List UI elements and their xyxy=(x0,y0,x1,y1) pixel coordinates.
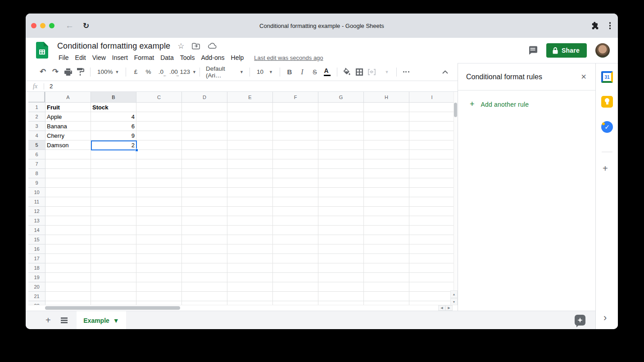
column-header-F[interactable]: F xyxy=(273,92,318,103)
sheet-tab-example[interactable]: Example ▼ xyxy=(77,311,126,329)
print-button[interactable] xyxy=(62,66,74,78)
cell-D11[interactable] xyxy=(182,197,227,207)
cell-D19[interactable] xyxy=(182,273,227,282)
cell-A15[interactable] xyxy=(45,235,91,244)
cell-I8[interactable] xyxy=(409,169,455,178)
cell-F22[interactable] xyxy=(273,301,318,305)
extensions-icon[interactable] xyxy=(591,22,599,30)
cell-A12[interactable] xyxy=(45,207,91,216)
cell-D15[interactable] xyxy=(182,235,227,244)
scroll-left-button[interactable]: ◀ xyxy=(438,305,445,311)
cell-I5[interactable] xyxy=(409,140,455,150)
add-sheet-button[interactable]: + xyxy=(45,315,51,326)
cell-D13[interactable] xyxy=(182,216,227,226)
row-header-4[interactable]: 4 xyxy=(28,131,45,140)
more-formats-button[interactable]: 123 ▼ xyxy=(180,66,196,78)
menu-add-ons[interactable]: Add-ons xyxy=(198,53,227,62)
cell-H9[interactable] xyxy=(364,178,409,188)
sheets-logo-icon[interactable] xyxy=(36,42,48,59)
cell-B13[interactable] xyxy=(91,216,136,226)
cell-B9[interactable] xyxy=(91,178,136,188)
cell-F5[interactable] xyxy=(273,140,318,150)
cell-H17[interactable] xyxy=(364,254,409,263)
cell-A2[interactable]: Apple xyxy=(45,112,91,122)
cell-A17[interactable] xyxy=(45,254,91,263)
column-header-G[interactable]: G xyxy=(318,92,364,103)
row-header-17[interactable]: 17 xyxy=(28,254,45,263)
scroll-up-button[interactable]: ▲ xyxy=(450,290,458,298)
cell-C1[interactable] xyxy=(136,103,182,112)
merge-cells-button[interactable] xyxy=(366,66,378,78)
avatar[interactable] xyxy=(595,43,610,58)
cell-H4[interactable] xyxy=(364,131,409,140)
cell-I2[interactable] xyxy=(409,112,455,122)
move-to-folder-icon[interactable] xyxy=(192,43,200,50)
cell-G19[interactable] xyxy=(318,273,364,282)
cell-A14[interactable] xyxy=(45,226,91,235)
cell-B2[interactable]: 4 xyxy=(91,112,136,122)
cell-F19[interactable] xyxy=(273,273,318,282)
cell-E17[interactable] xyxy=(227,254,273,263)
cell-C11[interactable] xyxy=(136,197,182,207)
cell-E18[interactable] xyxy=(227,263,273,273)
column-header-E[interactable]: E xyxy=(227,92,273,103)
menu-tools[interactable]: Tools xyxy=(177,53,198,62)
row-header-11[interactable]: 11 xyxy=(28,197,45,207)
cell-H21[interactable] xyxy=(364,292,409,301)
cell-C9[interactable] xyxy=(136,178,182,188)
cell-F3[interactable] xyxy=(273,122,318,131)
row-header-22[interactable]: 22 xyxy=(28,301,45,305)
cell-H20[interactable] xyxy=(364,282,409,292)
cell-B11[interactable] xyxy=(91,197,136,207)
cell-D10[interactable] xyxy=(182,188,227,197)
cell-H18[interactable] xyxy=(364,263,409,273)
cell-H16[interactable] xyxy=(364,244,409,254)
menu-help[interactable]: Help xyxy=(228,53,247,62)
cell-E19[interactable] xyxy=(227,273,273,282)
cell-C16[interactable] xyxy=(136,244,182,254)
menu-edit[interactable]: Edit xyxy=(72,53,89,62)
cell-D12[interactable] xyxy=(182,207,227,216)
column-header-B[interactable]: B xyxy=(91,92,136,103)
keep-icon[interactable] xyxy=(601,96,613,108)
cell-C5[interactable] xyxy=(136,140,182,150)
row-header-20[interactable]: 20 xyxy=(28,282,45,292)
cell-D17[interactable] xyxy=(182,254,227,263)
cell-G21[interactable] xyxy=(318,292,364,301)
cell-G6[interactable] xyxy=(318,150,364,159)
cell-B6[interactable] xyxy=(91,150,136,159)
cell-I12[interactable] xyxy=(409,207,455,216)
cell-H10[interactable] xyxy=(364,188,409,197)
share-button[interactable]: Share xyxy=(546,43,587,58)
cell-A4[interactable]: Cherry xyxy=(45,131,91,140)
cell-B7[interactable] xyxy=(91,159,136,169)
cell-E10[interactable] xyxy=(227,188,273,197)
cell-A7[interactable] xyxy=(45,159,91,169)
cell-G15[interactable] xyxy=(318,235,364,244)
cell-F14[interactable] xyxy=(273,226,318,235)
cell-B22[interactable] xyxy=(91,301,136,305)
borders-button[interactable] xyxy=(353,66,366,78)
cell-G20[interactable] xyxy=(318,282,364,292)
cell-B21[interactable] xyxy=(91,292,136,301)
cell-F16[interactable] xyxy=(273,244,318,254)
cell-C12[interactable] xyxy=(136,207,182,216)
cell-C8[interactable] xyxy=(136,169,182,178)
cell-I13[interactable] xyxy=(409,216,455,226)
row-header-12[interactable]: 12 xyxy=(28,207,45,216)
menu-file[interactable]: File xyxy=(55,53,72,62)
cell-A5[interactable]: Damson xyxy=(45,140,91,150)
cell-A11[interactable] xyxy=(45,197,91,207)
column-header-C[interactable]: C xyxy=(136,92,182,103)
column-header-D[interactable]: D xyxy=(182,92,227,103)
zoom-select[interactable]: 100% ▼ xyxy=(94,66,122,78)
column-header-I[interactable]: I xyxy=(409,92,455,103)
horizontal-scrollbar-thumb[interactable] xyxy=(45,306,180,310)
vertical-scrollbar[interactable] xyxy=(454,92,458,305)
cell-H22[interactable] xyxy=(364,301,409,305)
cell-D2[interactable] xyxy=(182,112,227,122)
cell-D22[interactable] xyxy=(182,301,227,305)
row-header-3[interactable]: 3 xyxy=(28,122,45,131)
fill-handle[interactable] xyxy=(135,149,138,152)
cell-C13[interactable] xyxy=(136,216,182,226)
